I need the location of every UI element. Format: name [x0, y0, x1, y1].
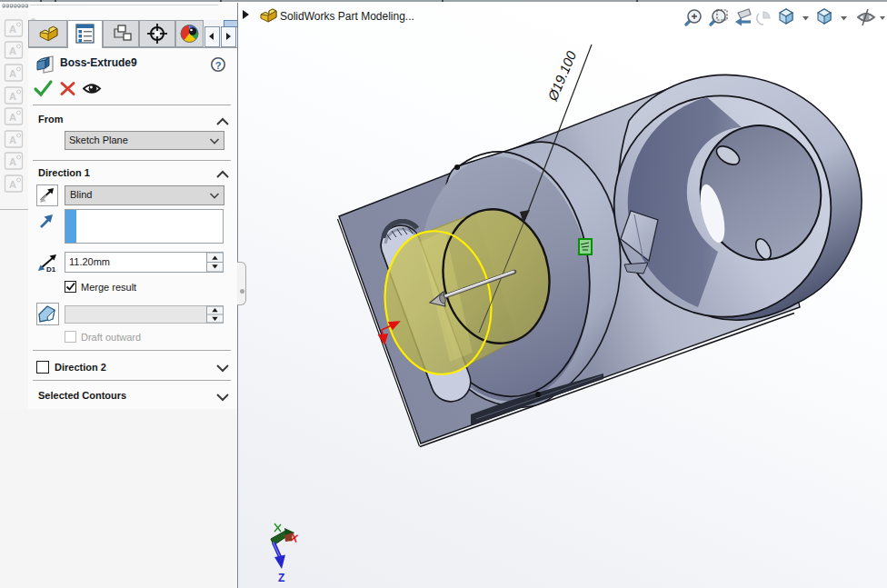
svg-text:A: A — [9, 156, 16, 167]
svg-text:D1: D1 — [46, 265, 56, 274]
svg-text:Z: Z — [278, 572, 284, 584]
svg-text:A: A — [9, 24, 16, 35]
svg-text:A: A — [9, 45, 16, 56]
svg-text:A: A — [9, 68, 16, 79]
svg-text:A: A — [9, 112, 16, 123]
svg-text:A: A — [9, 91, 16, 102]
svg-text:A: A — [9, 135, 16, 145]
svg-text:?: ? — [215, 60, 222, 71]
svg-text:A: A — [9, 179, 16, 190]
